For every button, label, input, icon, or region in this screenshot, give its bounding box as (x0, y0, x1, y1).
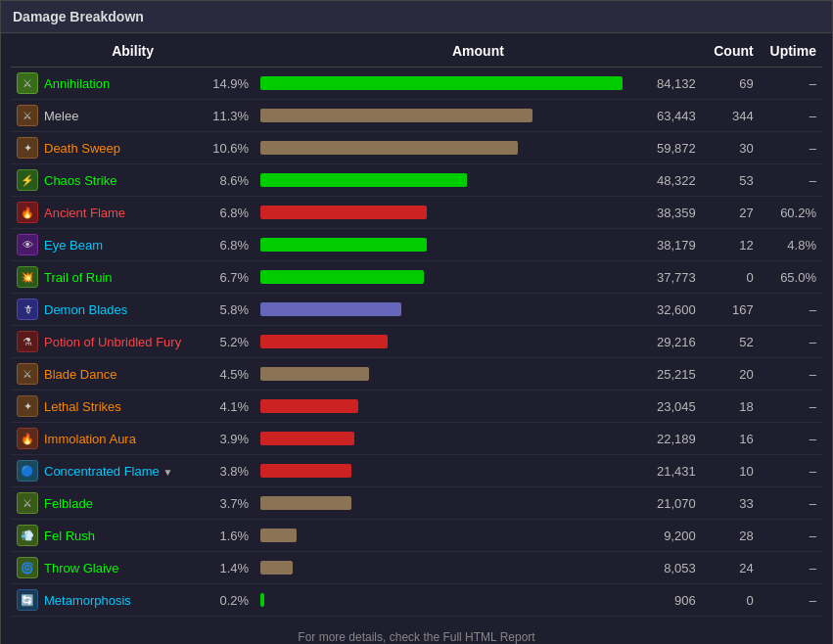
value-blade-dance: 25,215 (630, 358, 701, 391)
count-blade-dance: 20 (702, 358, 760, 391)
count-trail-of-ruin: 0 (702, 261, 760, 294)
pct-death-sweep: 10.6% (206, 132, 255, 164)
ability-icon-eye-beam: 👁 (17, 234, 38, 255)
bar-chaos-strike (260, 173, 467, 187)
dropdown-arrow[interactable]: ▼ (162, 467, 172, 478)
bar-cell-blade-dance (255, 358, 630, 391)
bar-concentrated-flame (260, 464, 351, 478)
value-concentrated-flame: 21,431 (630, 455, 701, 487)
pct-blade-dance: 4.5% (206, 358, 255, 391)
bar-melee (260, 109, 532, 122)
pct-eye-beam: 6.8% (206, 229, 255, 261)
ability-name-chaos-strike: Chaos Strike (44, 173, 116, 188)
count-immolation-aura: 16 (702, 423, 760, 455)
pct-fel-rush: 1.6% (206, 520, 255, 552)
ability-name-blade-dance: Blade Dance (44, 367, 116, 382)
uptime-felblade: – (760, 487, 822, 520)
uptime-metamorphosis: – (760, 584, 822, 617)
uptime-melee: – (760, 100, 822, 132)
count-demon-blades: 167 (702, 294, 760, 326)
table-row[interactable]: 💨 Fel Rush 1.6% 9,200 28 – (11, 520, 822, 552)
ability-icon-felblade: ⚔ (17, 492, 38, 514)
ability-name-immolation-aura: Immolation Aura (44, 432, 136, 446)
ability-name-metamorphosis: Metamorphosis (44, 593, 131, 608)
value-chaos-strike: 48,322 (630, 164, 701, 197)
uptime-throw-glaive: – (760, 552, 822, 584)
uptime-demon-blades: – (760, 294, 822, 326)
bar-cell-potion-of-unbridled-fury (255, 326, 630, 358)
ability-name-demon-blades: Demon Blades (44, 302, 127, 317)
bar-immolation-aura (260, 432, 354, 445)
value-throw-glaive: 8,053 (630, 552, 701, 584)
table-row[interactable]: 🔵 Concentrated Flame ▼ 3.8% 21,431 10 – (11, 455, 822, 487)
ability-name-ancient-flame: Ancient Flame (44, 206, 125, 220)
bar-blade-dance (260, 367, 369, 381)
bar-metamorphosis (260, 593, 264, 607)
ability-icon-annihilation: ⚔ (17, 72, 38, 94)
bar-cell-metamorphosis (255, 584, 630, 617)
ability-icon-trail-of-ruin: 💥 (17, 266, 38, 288)
pct-concentrated-flame: 3.8% (206, 455, 255, 487)
table-row[interactable]: ⚗ Potion of Unbridled Fury 5.2% 29,216 5… (11, 326, 822, 358)
value-metamorphosis: 906 (630, 584, 701, 617)
ability-icon-concentrated-flame: 🔵 (17, 460, 38, 482)
table-row[interactable]: 🌀 Throw Glaive 1.4% 8,053 24 – (11, 552, 822, 584)
ability-icon-chaos-strike: ⚡ (17, 169, 38, 191)
table-row[interactable]: ⚔ Felblade 3.7% 21,070 33 – (11, 487, 822, 520)
col-count: Count (702, 33, 760, 68)
count-annihilation: 69 (702, 68, 760, 100)
ability-icon-lethal-strikes: ✦ (17, 395, 38, 417)
table-row[interactable]: ⚔ Blade Dance 4.5% 25,215 20 – (11, 358, 822, 391)
value-demon-blades: 32,600 (630, 294, 701, 326)
table-row[interactable]: ⚔ Melee 11.3% 63,443 344 – (11, 100, 822, 132)
bar-death-sweep (260, 141, 518, 155)
table-row[interactable]: ✦ Death Sweep 10.6% 59,872 30 – (11, 132, 822, 164)
pct-trail-of-ruin: 6.7% (206, 261, 255, 294)
bar-cell-lethal-strikes (255, 391, 630, 423)
pct-annihilation: 14.9% (206, 68, 255, 100)
ability-name-lethal-strikes: Lethal Strikes (44, 399, 121, 414)
table-row[interactable]: 🔥 Immolation Aura 3.9% 22,189 16 – (11, 423, 822, 455)
bar-cell-melee (255, 100, 630, 132)
table-row[interactable]: ✦ Lethal Strikes 4.1% 23,045 18 – (11, 391, 822, 423)
uptime-blade-dance: – (760, 358, 822, 391)
table-row[interactable]: 💥 Trail of Ruin 6.7% 37,773 0 65.0% (11, 261, 822, 294)
ability-icon-throw-glaive: 🌀 (17, 557, 38, 578)
value-fel-rush: 9,200 (630, 520, 701, 552)
bar-cell-demon-blades (255, 294, 630, 326)
uptime-potion-of-unbridled-fury: – (760, 326, 822, 358)
pct-chaos-strike: 8.6% (206, 164, 255, 197)
col-uptime: Uptime (760, 33, 822, 68)
uptime-concentrated-flame: – (760, 455, 822, 487)
bar-felblade (260, 496, 351, 510)
value-immolation-aura: 22,189 (630, 423, 701, 455)
ability-name-throw-glaive: Throw Glaive (44, 561, 119, 575)
pct-felblade: 3.7% (206, 487, 255, 520)
ability-name-fel-rush: Fel Rush (44, 529, 95, 543)
pct-immolation-aura: 3.9% (206, 423, 255, 455)
table-row[interactable]: 🔄 Metamorphosis 0.2% 906 0 – (11, 584, 822, 617)
table-row[interactable]: ⚔ Annihilation 14.9% 84,132 69 – (11, 68, 822, 100)
table-row[interactable]: 👁 Eye Beam 6.8% 38,179 12 4.8% (11, 229, 822, 261)
count-ancient-flame: 27 (702, 197, 760, 229)
table-row[interactable]: ⚡ Chaos Strike 8.6% 48,322 53 – (11, 164, 822, 197)
count-concentrated-flame: 10 (702, 455, 760, 487)
table-row[interactable]: 🗡 Demon Blades 5.8% 32,600 167 – (11, 294, 822, 326)
count-felblade: 33 (702, 487, 760, 520)
damage-breakdown-window: Damage Breakdown Ability Amount Count Up… (0, 0, 833, 644)
value-felblade: 21,070 (630, 487, 701, 520)
value-potion-of-unbridled-fury: 29,216 (630, 326, 701, 358)
count-melee: 344 (702, 100, 760, 132)
bar-cell-immolation-aura (255, 423, 630, 455)
bar-lethal-strikes (260, 399, 358, 413)
col-amount: Amount (255, 33, 702, 68)
window-title: Damage Breakdown (13, 9, 144, 24)
ability-icon-metamorphosis: 🔄 (17, 589, 38, 611)
uptime-chaos-strike: – (760, 164, 822, 197)
pct-melee: 11.3% (206, 100, 255, 132)
ability-name-trail-of-ruin: Trail of Ruin (44, 270, 113, 285)
pct-ancient-flame: 6.8% (206, 197, 255, 229)
ability-icon-immolation-aura: 🔥 (17, 428, 38, 449)
table-row[interactable]: 🔥 Ancient Flame 6.8% 38,359 27 60.2% (11, 197, 822, 229)
value-annihilation: 84,132 (630, 68, 701, 100)
